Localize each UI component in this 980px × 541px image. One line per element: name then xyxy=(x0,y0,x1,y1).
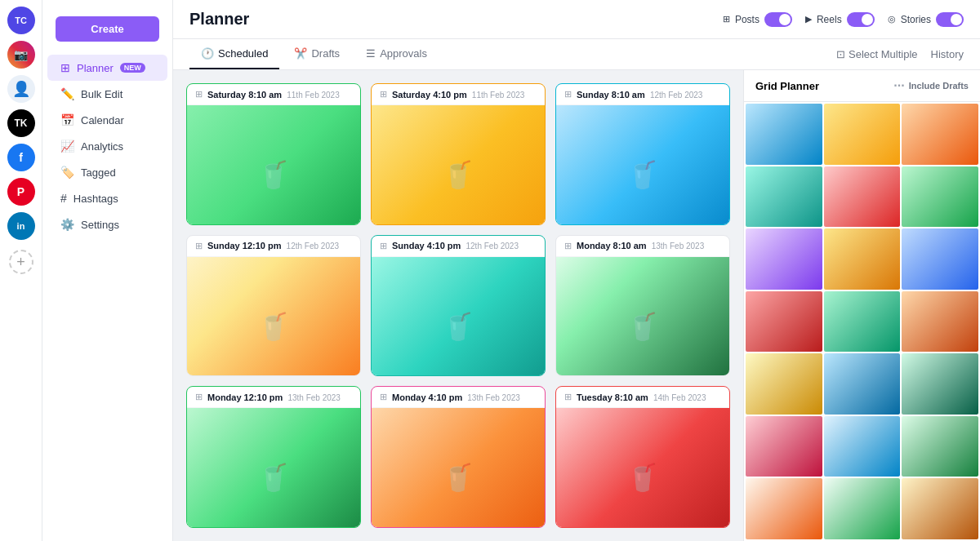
post-image: 🥤 xyxy=(372,257,545,377)
stories-toggle[interactable] xyxy=(936,12,964,27)
posts-toggle[interactable] xyxy=(764,12,792,27)
post-timestamp: Saturday 8:10 am 11th Feb 2023 xyxy=(207,90,340,100)
post-card[interactable]: ⊞ Monday 8:10 am 13th Feb 2023 🥤 xyxy=(555,235,730,377)
create-button[interactable]: Create xyxy=(56,16,159,42)
post-header: ⊞ Saturday 4:10 pm 11th Feb 2023 xyxy=(372,84,545,105)
sidebar-label-bulk-edit: Bulk Edit xyxy=(81,88,122,100)
select-icon: ⊡ xyxy=(836,48,845,60)
mosaic-cell[interactable] xyxy=(746,416,822,477)
post-timestamp: Monday 4:10 pm 13th Feb 2023 xyxy=(392,392,520,402)
page-title: Planner xyxy=(189,10,249,29)
analytics-icon: 📈 xyxy=(60,140,74,153)
sidebar-item-settings[interactable]: ⚙️ Settings xyxy=(47,211,167,237)
mosaic-cell[interactable] xyxy=(824,166,901,228)
post-card[interactable]: ⊞ Saturday 8:10 am 11th Feb 2023 🥤 xyxy=(186,83,361,225)
hashtag-icon: # xyxy=(60,192,67,205)
post-card[interactable]: ⊞ Sunday 4:10 pm 12th Feb 2023 🥤 xyxy=(371,235,546,377)
sidebar-item-hashtags[interactable]: # Hashtags xyxy=(47,185,167,211)
post-card[interactable]: ⊞ Sunday 8:10 am 12th Feb 2023 🥤 xyxy=(555,83,730,225)
mosaic-cell[interactable] xyxy=(746,228,822,290)
reels-toggle[interactable] xyxy=(847,12,875,27)
mosaic-cell[interactable] xyxy=(824,104,901,165)
include-drafts-control[interactable]: ··· Include Drafts xyxy=(893,78,969,93)
sidebar-item-analytics[interactable]: 📈 Analytics xyxy=(47,133,167,159)
mosaic-cell[interactable] xyxy=(902,291,978,353)
planner-icon: ⊞ xyxy=(60,61,70,74)
facebook-icon[interactable]: f xyxy=(7,144,35,171)
post-timestamp: Sunday 4:10 pm 12th Feb 2023 xyxy=(392,241,519,251)
post-card[interactable]: ⊞ Sunday 12:10 pm 12th Feb 2023 🥤 xyxy=(186,235,361,377)
include-drafts-label: Include Drafts xyxy=(909,81,969,91)
post-header: ⊞ Sunday 8:10 am 12th Feb 2023 xyxy=(556,84,729,105)
tab-approvals[interactable]: ☰ Approvals xyxy=(354,39,439,69)
mosaic-cell[interactable] xyxy=(902,104,978,165)
sidebar-label-analytics: Analytics xyxy=(81,140,123,153)
post-timestamp: Monday 8:10 am 13th Feb 2023 xyxy=(577,241,704,251)
mosaic-cell[interactable] xyxy=(902,478,978,539)
grid-post-icon: ⊞ xyxy=(380,241,387,251)
sidebar-item-planner[interactable]: ⊞ Planner NEW xyxy=(47,55,167,81)
grid-post-icon: ⊞ xyxy=(380,89,387,100)
pinterest-icon[interactable]: P xyxy=(7,178,35,206)
post-card[interactable]: ⊞ Saturday 4:10 pm 11th Feb 2023 🥤 xyxy=(371,83,546,225)
mosaic-cell[interactable] xyxy=(902,166,978,228)
grid-planner-header: Grid Planner ··· Include Drafts xyxy=(744,70,980,102)
post-image: 🥤 xyxy=(187,105,360,225)
mosaic-cell[interactable] xyxy=(746,104,822,165)
mosaic-cell[interactable] xyxy=(746,291,822,353)
sidebar-item-bulk-edit[interactable]: ✏️ Bulk Edit xyxy=(47,81,167,107)
mosaic-cell[interactable] xyxy=(746,353,822,415)
post-image: 🥤 xyxy=(372,105,545,225)
sidebar-label-calendar: Calendar xyxy=(81,114,124,126)
posts-grid: ⊞ Saturday 8:10 am 11th Feb 2023 🥤 ⊞ Sat… xyxy=(173,70,743,541)
grid-planner-panel: Grid Planner ··· Include Drafts xyxy=(743,70,980,541)
post-card[interactable]: ⊞ Monday 4:10 pm 13th Feb 2023 🥤 xyxy=(371,386,546,528)
post-timestamp: Tuesday 8:10 am 14th Feb 2023 xyxy=(577,392,706,402)
sidebar-item-calendar[interactable]: 📅 Calendar xyxy=(47,107,167,133)
avatar-bar: TC 📷 👤 TK f P in + xyxy=(0,0,42,541)
post-timestamp: Monday 12:10 pm 13th Feb 2023 xyxy=(207,392,341,402)
calendar-icon: 📅 xyxy=(60,113,74,126)
tab-scheduled[interactable]: 🕐 Scheduled xyxy=(189,39,279,69)
post-timestamp: Sunday 8:10 am 12th Feb 2023 xyxy=(577,90,702,100)
header-controls: ⊞ Posts ▶ Reels ◎ Stories xyxy=(723,12,964,27)
mosaic-cell[interactable] xyxy=(824,416,901,477)
mosaic-cell[interactable] xyxy=(746,166,822,228)
grid-post-icon: ⊞ xyxy=(564,392,572,402)
stories-label: Stories xyxy=(901,14,931,25)
mosaic-cell[interactable] xyxy=(902,228,978,290)
posts-label: Posts xyxy=(735,14,760,25)
sidebar-label-tagged: Tagged xyxy=(81,166,116,179)
tab-scheduled-label: Scheduled xyxy=(218,47,268,60)
mosaic-cell[interactable] xyxy=(902,416,978,477)
add-account-button[interactable]: + xyxy=(9,250,33,274)
mosaic-cell[interactable] xyxy=(824,353,901,415)
profile-icon[interactable]: 👤 xyxy=(7,75,35,103)
history-button[interactable]: History xyxy=(931,48,964,60)
grid-planner-title: Grid Planner xyxy=(755,80,819,92)
new-badge: NEW xyxy=(120,63,145,73)
post-header: ⊞ Sunday 4:10 pm 12th Feb 2023 xyxy=(372,236,545,257)
mosaic-cell[interactable] xyxy=(824,478,901,539)
settings-icon: ⚙️ xyxy=(60,218,74,231)
instagram-icon[interactable]: 📷 xyxy=(7,41,35,69)
mosaic-cell[interactable] xyxy=(746,478,822,539)
stories-icon: ◎ xyxy=(888,14,896,24)
mosaic-cell[interactable] xyxy=(902,353,978,415)
grid-mosaic xyxy=(744,102,980,541)
post-header: ⊞ Monday 4:10 pm 13th Feb 2023 xyxy=(372,387,545,408)
mosaic-cell[interactable] xyxy=(824,228,901,290)
tiktok-icon[interactable]: TK xyxy=(7,109,35,137)
select-multiple-button[interactable]: ⊡ Select Multiple xyxy=(836,48,918,60)
content-area: ⊞ Saturday 8:10 am 11th Feb 2023 🥤 ⊞ Sat… xyxy=(173,70,980,541)
sidebar-item-tagged[interactable]: 🏷️ Tagged xyxy=(47,159,167,185)
linkedin-icon[interactable]: in xyxy=(7,212,35,240)
user-avatar[interactable]: TC xyxy=(7,7,35,34)
mosaic-cell[interactable] xyxy=(824,291,901,353)
tab-drafts[interactable]: ✂️ Drafts xyxy=(283,39,351,69)
reels-label: Reels xyxy=(817,14,842,25)
post-image: 🥤 xyxy=(187,257,360,377)
post-card[interactable]: ⊞ Tuesday 8:10 am 14th Feb 2023 🥤 xyxy=(555,386,730,528)
post-card[interactable]: ⊞ Monday 12:10 pm 13th Feb 2023 🥤 xyxy=(186,386,361,528)
grid-post-icon: ⊞ xyxy=(380,392,387,402)
